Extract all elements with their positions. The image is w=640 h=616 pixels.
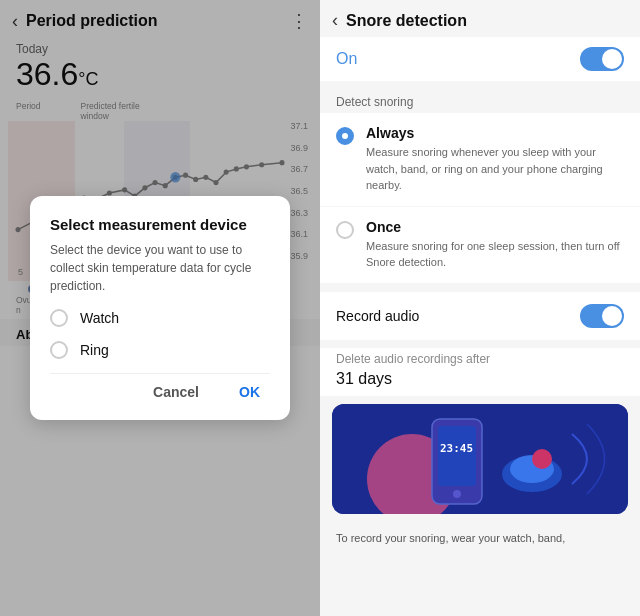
measurement-dialog: Select measurement device Select the dev… [30, 196, 290, 420]
ring-radio[interactable] [50, 341, 68, 359]
right-panel: ‹ Snore detection On Detect snoring Alwa… [320, 0, 640, 616]
once-option-row: Once Measure snoring for one sleep sessi… [336, 219, 624, 271]
record-audio-label: Record audio [336, 308, 419, 324]
always-option-text: Always Measure snoring whenever you slee… [366, 125, 624, 194]
always-title: Always [366, 125, 624, 141]
once-title: Once [366, 219, 624, 235]
svg-point-30 [532, 449, 552, 469]
watch-radio[interactable] [50, 309, 68, 327]
footer-text: To record your snoring, wear your watch,… [320, 522, 640, 555]
on-toggle-row: On [320, 37, 640, 81]
watch-label: Watch [80, 310, 119, 326]
dialog-description: Select the device you want to use to col… [50, 241, 270, 295]
ring-option[interactable]: Ring [50, 341, 270, 359]
once-option-text: Once Measure snoring for one sleep sessi… [366, 219, 624, 271]
divider-1 [320, 284, 640, 292]
on-toggle[interactable] [580, 47, 624, 71]
right-panel-title: Snore detection [346, 12, 628, 30]
ok-button[interactable]: OK [229, 378, 270, 406]
record-audio-row: Record audio [320, 292, 640, 340]
dialog-overlay: Select measurement device Select the dev… [0, 0, 320, 616]
dialog-title: Select measurement device [50, 216, 270, 233]
dialog-actions: Cancel OK [50, 373, 270, 406]
always-option-card[interactable]: Always Measure snoring whenever you slee… [320, 113, 640, 206]
once-radio[interactable] [336, 221, 354, 239]
watch-option[interactable]: Watch [50, 309, 270, 327]
record-audio-toggle[interactable] [580, 304, 624, 328]
delete-section: Delete audio recordings after 31 days [320, 348, 640, 396]
always-radio[interactable] [336, 127, 354, 145]
once-desc: Measure snoring for one sleep session, t… [366, 238, 624, 271]
ring-label: Ring [80, 342, 109, 358]
on-label: On [336, 50, 357, 68]
delete-value: 31 days [336, 370, 624, 388]
svg-point-27 [453, 490, 461, 498]
once-option-card[interactable]: Once Measure snoring for one sleep sessi… [320, 207, 640, 283]
detect-snoring-label: Detect snoring [320, 89, 640, 113]
delete-label: Delete audio recordings after [336, 352, 624, 366]
divider-2 [320, 340, 640, 348]
svg-text:23:45: 23:45 [440, 442, 473, 455]
cancel-button[interactable]: Cancel [143, 378, 209, 406]
right-back-button[interactable]: ‹ [332, 10, 338, 31]
always-desc: Measure snoring whenever you sleep with … [366, 144, 624, 194]
illustration-box: 23:45 [332, 404, 628, 514]
left-panel: ‹ Period prediction ⋮ Today 36.6°C Perio… [0, 0, 320, 616]
right-header: ‹ Snore detection [320, 0, 640, 37]
always-option-row: Always Measure snoring whenever you slee… [336, 125, 624, 194]
illustration-svg: 23:45 [332, 404, 628, 514]
svg-rect-25 [438, 426, 476, 486]
